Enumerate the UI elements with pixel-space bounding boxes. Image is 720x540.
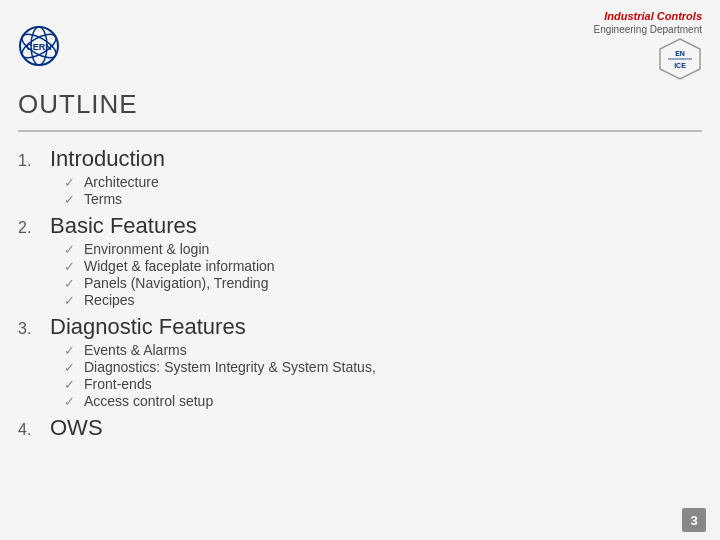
- dept-label: Industrial Controls: [604, 10, 702, 22]
- list-item-label: Front-ends: [84, 376, 152, 392]
- section-title-2: Basic Features: [50, 213, 197, 239]
- checkmark-icon: ✓: [64, 192, 76, 207]
- section-header-4: 4.OWS: [18, 415, 702, 441]
- slide: CERN Industrial Controls Engineering Dep…: [0, 0, 720, 540]
- section-header-1: 1.Introduction: [18, 146, 702, 172]
- dept-sublabel: Engineering Department: [594, 24, 702, 35]
- list-item-label: Architecture: [84, 174, 159, 190]
- header-right: Industrial Controls Engineering Departme…: [594, 10, 702, 81]
- footer: 3: [0, 504, 720, 540]
- checkmark-icon: ✓: [64, 175, 76, 190]
- section-2: 2.Basic Features✓Environment & login✓Wid…: [18, 213, 702, 308]
- section-number-3: 3.: [18, 320, 40, 338]
- checkmark-icon: ✓: [64, 242, 76, 257]
- list-item-label: Recipes: [84, 292, 135, 308]
- section-number-2: 2.: [18, 219, 40, 237]
- section-title-3: Diagnostic Features: [50, 314, 246, 340]
- en-ice-badge: EN ICE: [658, 37, 702, 81]
- list-item: ✓Terms: [64, 191, 702, 207]
- svg-text:EN: EN: [675, 50, 685, 57]
- section-items-1: ✓Architecture✓Terms: [18, 174, 702, 207]
- section-title-1: Introduction: [50, 146, 165, 172]
- header: CERN Industrial Controls Engineering Dep…: [0, 0, 720, 87]
- list-item: ✓Environment & login: [64, 241, 702, 257]
- content: 1.Introduction✓Architecture✓Terms2.Basic…: [0, 146, 720, 504]
- checkmark-icon: ✓: [64, 377, 76, 392]
- page-number: 3: [682, 508, 706, 532]
- divider: [18, 130, 702, 132]
- list-item: ✓Panels (Navigation), Trending: [64, 275, 702, 291]
- svg-text:CERN: CERN: [26, 42, 52, 52]
- list-item: ✓Widget & faceplate information: [64, 258, 702, 274]
- section-title-4: OWS: [50, 415, 103, 441]
- list-item: ✓Events & Alarms: [64, 342, 702, 358]
- section-number-4: 4.: [18, 421, 40, 439]
- section-items-2: ✓Environment & login✓Widget & faceplate …: [18, 241, 702, 308]
- list-item-label: Panels (Navigation), Trending: [84, 275, 268, 291]
- section-number-1: 1.: [18, 152, 40, 170]
- checkmark-icon: ✓: [64, 394, 76, 409]
- slide-title: Outline: [0, 87, 720, 130]
- cern-logo: CERN: [18, 25, 60, 67]
- checkmark-icon: ✓: [64, 276, 76, 291]
- list-item-label: Events & Alarms: [84, 342, 187, 358]
- list-item: ✓Recipes: [64, 292, 702, 308]
- section-header-2: 2.Basic Features: [18, 213, 702, 239]
- list-item-label: Widget & faceplate information: [84, 258, 275, 274]
- section-1: 1.Introduction✓Architecture✓Terms: [18, 146, 702, 207]
- checkmark-icon: ✓: [64, 259, 76, 274]
- list-item-label: Terms: [84, 191, 122, 207]
- section-4: 4.OWS: [18, 415, 702, 441]
- list-item-label: Access control setup: [84, 393, 213, 409]
- list-item-label: Diagnostics: System Integrity & System S…: [84, 359, 376, 375]
- checkmark-icon: ✓: [64, 360, 76, 375]
- list-item: ✓Diagnostics: System Integrity & System …: [64, 359, 702, 375]
- checkmark-icon: ✓: [64, 293, 76, 308]
- section-3: 3.Diagnostic Features✓Events & Alarms✓Di…: [18, 314, 702, 409]
- section-header-3: 3.Diagnostic Features: [18, 314, 702, 340]
- svg-text:ICE: ICE: [674, 62, 686, 69]
- list-item-label: Environment & login: [84, 241, 209, 257]
- section-items-3: ✓Events & Alarms✓Diagnostics: System Int…: [18, 342, 702, 409]
- checkmark-icon: ✓: [64, 343, 76, 358]
- list-item: ✓Access control setup: [64, 393, 702, 409]
- list-item: ✓Architecture: [64, 174, 702, 190]
- list-item: ✓Front-ends: [64, 376, 702, 392]
- header-left: CERN: [18, 25, 60, 67]
